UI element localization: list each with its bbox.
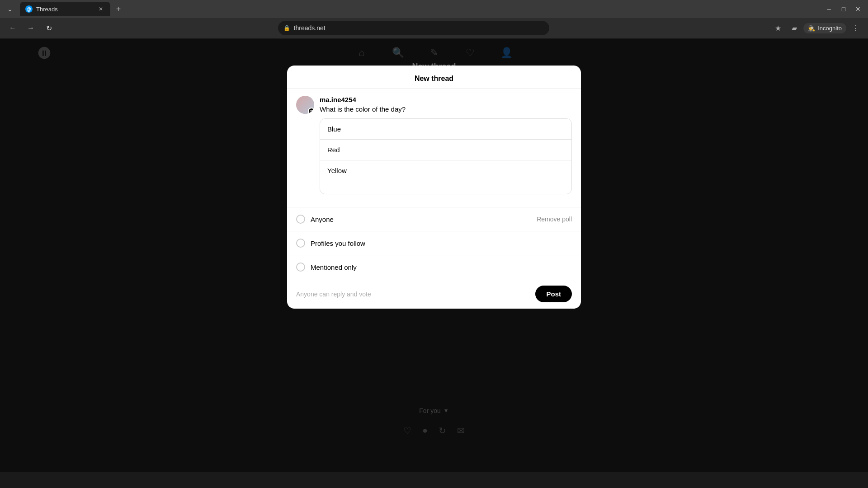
post-button[interactable]: Post: [535, 286, 572, 302]
minimize-button[interactable]: –: [823, 3, 835, 15]
incognito-badge[interactable]: 🕵 Incognito: [803, 23, 846, 33]
toolbar-right-actions: ★ ▰ 🕵 Incognito ⋮: [771, 21, 863, 35]
audience-radio-profiles: [296, 239, 305, 248]
refresh-button[interactable]: ↻: [42, 21, 56, 35]
security-lock-icon: 🔒: [283, 25, 290, 31]
audience-radio-anyone: [296, 215, 305, 224]
audience-label-mentioned: Mentioned only: [311, 263, 357, 271]
audience-radio-mentioned: [296, 263, 305, 272]
url-text: threads.net: [294, 24, 544, 32]
tab-close-button[interactable]: ✕: [97, 5, 105, 13]
incognito-icon: 🕵: [808, 25, 815, 32]
thread-text: What is the color of the day?: [320, 105, 572, 113]
window-controls-right: – □ ✕: [823, 3, 864, 15]
composer-username: ma.ine4254: [320, 96, 572, 103]
close-button[interactable]: ✕: [852, 3, 864, 15]
poll-option-1[interactable]: Blue: [320, 119, 571, 140]
modal-footer: Anyone can reply and vote Post: [287, 279, 581, 309]
modal-title: New thread: [415, 75, 453, 82]
audience-label-anyone: Anyone: [311, 216, 334, 223]
audience-section: Anyone Remove poll Profiles you follow M…: [287, 207, 581, 279]
avatar: @: [296, 96, 314, 114]
bookmark-button[interactable]: ★: [771, 21, 785, 35]
avatar-threads-badge: @: [308, 108, 314, 114]
remove-poll-button[interactable]: Remove poll: [537, 216, 572, 223]
browser-window-controls-left: ⌄: [4, 3, 16, 15]
poll-options-container: Blue Red Yellow: [320, 118, 572, 194]
new-tab-button[interactable]: +: [112, 3, 125, 15]
tab-list-button[interactable]: ⌄: [4, 3, 16, 15]
poll-option-3[interactable]: Yellow: [320, 160, 571, 181]
audience-option-mentioned[interactable]: Mentioned only: [287, 255, 581, 279]
menu-button[interactable]: ⋮: [848, 21, 863, 35]
audience-option-anyone[interactable]: Anyone Remove poll: [287, 207, 581, 231]
address-bar[interactable]: 🔒 threads.net: [278, 21, 549, 35]
tab-favicon: @: [25, 5, 33, 13]
browser-titlebar: ⌄ @ Threads ✕ + – □ ✕: [0, 0, 868, 18]
poll-option-2[interactable]: Red: [320, 140, 571, 160]
maximize-button[interactable]: □: [837, 3, 850, 15]
poll-option-4[interactable]: [320, 181, 571, 194]
modal-overlay: New thread @ ma.ine4254 What is the colo…: [0, 38, 868, 472]
audience-label-profiles: Profiles you follow: [311, 239, 365, 247]
back-button[interactable]: ←: [5, 21, 20, 35]
page-content: ⌂ 🔍 ✎ ♡ 👤 New thread New thread @: [0, 38, 868, 472]
thread-composer: @ ma.ine4254 What is the color of the da…: [287, 89, 581, 207]
browser-toolbar: ← → ↻ 🔒 threads.net ★ ▰ 🕵 Incognito ⋮: [0, 18, 868, 38]
new-thread-modal: New thread @ ma.ine4254 What is the colo…: [287, 66, 581, 309]
forward-button[interactable]: →: [24, 21, 38, 35]
extensions-button[interactable]: ▰: [787, 21, 802, 35]
audience-option-profiles[interactable]: Profiles you follow: [287, 231, 581, 255]
modal-header: New thread: [287, 66, 581, 89]
tab-title: Threads: [36, 6, 93, 13]
active-tab[interactable]: @ Threads ✕: [20, 2, 110, 16]
browser-chrome: ⌄ @ Threads ✕ + – □ ✕ ← → ↻ 🔒 threads.ne…: [0, 0, 868, 38]
footer-hint: Anyone can reply and vote: [296, 291, 371, 298]
composer-content: ma.ine4254 What is the color of the day?…: [320, 96, 572, 200]
incognito-label: Incognito: [818, 25, 842, 32]
